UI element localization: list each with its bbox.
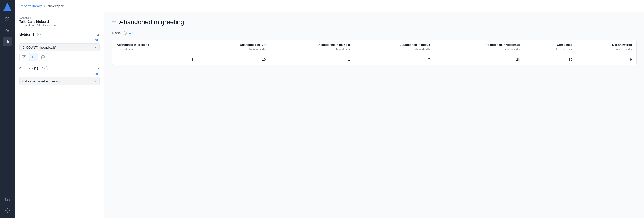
current-page-label: New report xyxy=(48,4,64,8)
metrics-section-header: Metrics (1) i ▲ xyxy=(19,33,100,36)
sidebar xyxy=(0,0,15,218)
star-button[interactable]: ☆ xyxy=(112,19,116,25)
col-subheader-0: Inbound calls xyxy=(112,47,198,54)
col-value-6: 9 xyxy=(577,54,636,65)
col-value-5: 39 xyxy=(524,54,577,65)
chart-icon[interactable] xyxy=(3,26,12,35)
columns-collapse-button[interactable]: ▲ xyxy=(96,66,100,70)
filters-label: Filters xyxy=(112,31,120,35)
col-subheader-1: Inbound calls xyxy=(198,47,270,54)
col-subheader-5: Inbound calls xyxy=(524,47,577,54)
col-header-4: Abandoned in voicemail xyxy=(434,40,524,47)
right-panel: ☆ Abandoned in greeting Filters i Add › … xyxy=(104,12,644,218)
svg-marker-9 xyxy=(22,56,25,58)
filters-info-icon[interactable]: i xyxy=(123,31,126,35)
metrics-collapse-button[interactable]: ▲ xyxy=(96,33,100,36)
message-icon-button[interactable] xyxy=(39,53,48,61)
metrics-add-link[interactable]: Add › xyxy=(19,38,100,42)
col-value-2: 1 xyxy=(270,54,355,65)
metric-tag: D_COUNT(Inbound calls) × xyxy=(19,43,100,51)
svg-rect-2 xyxy=(6,20,7,21)
topbar: Reports library > New report xyxy=(15,0,644,12)
col-header-3: Abandoned in queue xyxy=(355,40,434,47)
col-header-6: Not answered xyxy=(577,40,636,47)
col-subheader-4: Inbound calls xyxy=(434,47,524,54)
col-value-1: 10 xyxy=(198,54,270,65)
columns-section-header: Columns (1) i ▲ xyxy=(19,66,100,70)
main-area: Reports library > New report Dataset Tal… xyxy=(15,0,644,218)
col-value-4: 28 xyxy=(434,54,524,65)
svg-point-8 xyxy=(7,210,8,211)
metrics-info-icon[interactable]: i xyxy=(37,33,40,36)
col-header-5: Completed xyxy=(524,40,577,47)
columns-refresh-icon[interactable] xyxy=(39,66,43,70)
col-subheader-6: Inbound calls xyxy=(577,47,636,54)
column-remove-button[interactable]: × xyxy=(94,79,97,83)
columns-title: Columns (1) i xyxy=(19,66,48,70)
col-value-0: 8 xyxy=(112,54,198,65)
report-title: Abandoned in greeting xyxy=(119,18,184,26)
settings-icon[interactable] xyxy=(3,206,12,215)
col-subheader-2: Inbound calls xyxy=(270,47,355,54)
column-tag-label: Calls abandoned in greeting xyxy=(22,80,60,83)
metric-tag-label: D_COUNT(Inbound calls) xyxy=(22,46,56,49)
filter-icon-button[interactable] xyxy=(19,53,28,61)
svg-point-10 xyxy=(33,57,34,57)
trending-icon[interactable] xyxy=(3,37,12,46)
app-logo xyxy=(3,3,12,11)
metrics-title: Metrics (1) i xyxy=(19,33,40,36)
columns-add-link[interactable]: Add › xyxy=(19,72,100,75)
col-value-3: 7 xyxy=(355,54,434,65)
signal-icon-button[interactable] xyxy=(29,53,38,61)
col-header-2: Abandoned in on-hold xyxy=(270,40,355,47)
upload-icon[interactable] xyxy=(3,195,12,204)
dataset-label: Dataset xyxy=(19,16,100,19)
svg-rect-1 xyxy=(8,18,9,19)
breadcrumb-separator: > xyxy=(44,4,46,8)
col-header-1: Abandoned in IVR xyxy=(198,40,270,47)
col-subheader-3: Inbound calls xyxy=(355,47,434,54)
report-title-row: ☆ Abandoned in greeting xyxy=(112,18,637,26)
svg-rect-3 xyxy=(8,20,9,21)
reports-library-link[interactable]: Reports library xyxy=(19,4,42,8)
filters-row: Filters i Add › xyxy=(112,31,637,35)
left-panel: Dataset Talk: Calls [default] Last updat… xyxy=(15,12,104,218)
content-row: Dataset Talk: Calls [default] Last updat… xyxy=(15,12,644,218)
columns-info-icon[interactable]: i xyxy=(44,66,48,70)
visualization-icon-row xyxy=(19,53,100,61)
svg-rect-0 xyxy=(6,18,7,19)
data-table: Abandoned in greetingAbandoned in IVRAba… xyxy=(112,39,637,65)
col-header-0: Abandoned in greeting xyxy=(112,40,198,47)
home-icon[interactable] xyxy=(3,15,12,24)
column-tag: Calls abandoned in greeting × xyxy=(19,77,100,85)
dataset-updated: Last updated: 24 minutes ago xyxy=(19,24,100,27)
metric-remove-button[interactable]: × xyxy=(94,45,97,49)
filter-add-button[interactable]: Add › xyxy=(129,31,136,35)
dataset-name: Talk: Calls [default] xyxy=(19,20,100,23)
